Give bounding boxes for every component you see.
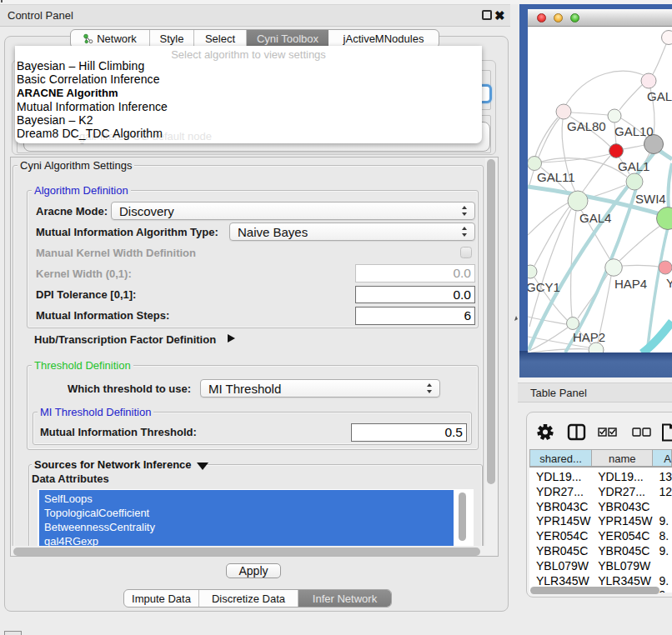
svg-text:SWI4: SWI4 xyxy=(635,192,666,206)
svg-text:GAL1: GAL1 xyxy=(618,159,649,173)
svg-text:HAP4: HAP4 xyxy=(614,277,647,291)
svg-text:GCY1: GCY1 xyxy=(528,280,560,294)
svg-text:GAL11: GAL11 xyxy=(537,170,575,184)
svg-text:GAL: GAL xyxy=(647,89,672,103)
svg-text:GAL10: GAL10 xyxy=(614,124,654,138)
svg-text:Y: Y xyxy=(666,276,672,290)
svg-text:HAP2: HAP2 xyxy=(573,330,605,344)
svg-text:GAL80: GAL80 xyxy=(567,119,606,133)
svg-text:GAL4: GAL4 xyxy=(579,211,611,225)
